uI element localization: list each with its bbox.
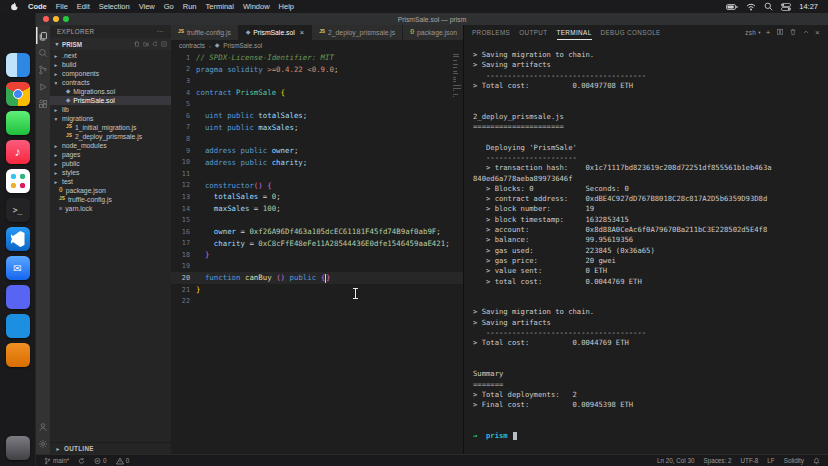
code-line-4[interactable]: 4contract PrismSale { (171, 87, 463, 99)
menu-item-help[interactable]: Help (279, 2, 294, 11)
tree-item-contracts[interactable]: ▾contracts (50, 78, 171, 87)
close-panel-icon[interactable]: × (815, 29, 820, 37)
split-terminal-icon[interactable] (776, 28, 784, 37)
code-line-5[interactable]: 5 (171, 98, 463, 110)
tree-item-migrations-sol[interactable]: ◆Migrations.sol (50, 87, 171, 96)
refresh-explorer-icon[interactable] (152, 41, 158, 48)
new-file-icon[interactable] (134, 41, 140, 48)
dock-whatsapp-icon[interactable] (6, 111, 30, 135)
tree-item-next[interactable]: ▸.next (50, 51, 171, 60)
tree-item-test[interactable]: ▸test (50, 177, 171, 186)
tree-item-truffle-config-js[interactable]: JStruffle-config.js (50, 195, 171, 204)
status-bell[interactable] (813, 457, 820, 465)
new-terminal-icon[interactable]: + (766, 29, 771, 37)
tree-item-2-deploy-prismsale-js[interactable]: JS2_deploy_prismsale.js (50, 132, 171, 141)
tree-item-node-modules[interactable]: ▸node_modules (50, 141, 171, 150)
code-line-8[interactable]: 8 (171, 133, 463, 145)
panel-tab-debug-console[interactable]: DEBUG CONSOLE (601, 25, 661, 40)
tree-item-package-json[interactable]: {}package.json (50, 186, 171, 195)
dock-slack-icon[interactable] (6, 169, 30, 193)
menu-item-go[interactable]: Go (164, 2, 174, 11)
kill-terminal-icon[interactable] (789, 28, 797, 37)
code-line-11[interactable]: 11 (171, 168, 463, 180)
status-lf[interactable]: LF (767, 457, 774, 465)
code-line-19[interactable]: 19 (171, 261, 463, 273)
source-control-icon[interactable] (36, 61, 50, 78)
tree-item-build[interactable]: ▸build (50, 60, 171, 69)
code-line-13[interactable]: 13 totalSales = 0; (171, 191, 463, 203)
code-line-16[interactable]: 16 owner = 0xf26A96Df463a105dcEC61181F45… (171, 226, 463, 238)
dock-finder-icon[interactable] (6, 53, 30, 77)
dock-blender-icon[interactable] (6, 343, 30, 367)
panel-tab-problems[interactable]: PROBLEMS (472, 25, 510, 40)
run-and-debug-icon[interactable] (36, 78, 50, 95)
dock-chrome-icon[interactable] (6, 82, 30, 106)
menu-item-terminal[interactable]: Terminal (206, 2, 234, 11)
tree-item-lib[interactable]: ▸lib (50, 105, 171, 114)
tab-package-json[interactable]: {}package.json (403, 25, 463, 40)
wifi-icon[interactable] (746, 3, 756, 11)
code-line-9[interactable]: 9 address public owner; (171, 145, 463, 157)
apple-menu-icon[interactable] (10, 2, 19, 11)
code-line-6[interactable]: 6 uint public totalSales; (171, 110, 463, 122)
terminal-picker[interactable]: zsh ▾ (745, 29, 761, 36)
tab-prismsale-sol[interactable]: ◆PrismSale.sol× (239, 25, 312, 40)
menu-item-run[interactable]: Run (183, 2, 197, 11)
tab-2-deploy-prismsale-js[interactable]: JS2_deploy_prismsale.js (312, 25, 403, 40)
dock-mail-icon[interactable]: ✉ (6, 256, 30, 280)
tree-item-prismsale-sol[interactable]: ◆PrismSale.sol (50, 96, 171, 105)
tree-item-styles[interactable]: ▸styles (50, 168, 171, 177)
menu-item-edit[interactable]: Edit (77, 2, 90, 11)
menu-clock[interactable]: 14:27 (799, 2, 818, 11)
spotlight-search-icon[interactable] (764, 2, 773, 11)
search-icon[interactable] (36, 44, 50, 61)
code-editor[interactable]: 1// SPDX-License-Identifier: MIT2pragma … (171, 51, 463, 454)
code-line-20[interactable]: 20 function canBuy () public {} (171, 272, 463, 284)
breadcrumb-item-contracts[interactable]: contracts (179, 42, 205, 49)
minimap[interactable] (453, 54, 462, 99)
status-error[interactable]: 0 (94, 457, 107, 465)
code-line-17[interactable]: 17 charity = 0xC8cFfE48eFe11A28544436E0d… (171, 238, 463, 250)
code-line-21[interactable]: 21} (171, 284, 463, 296)
menu-item-file[interactable]: File (56, 2, 68, 11)
accounts-icon[interactable] (36, 418, 50, 435)
dock-trash-icon[interactable] (6, 436, 30, 460)
code-line-3[interactable]: 3 (171, 75, 463, 87)
dock-music-icon[interactable]: ♪ (6, 140, 30, 164)
dock-vscode-icon[interactable] (6, 227, 30, 251)
code-line-12[interactable]: 12 constructor() { (171, 180, 463, 192)
menu-app-name[interactable]: Code (28, 2, 47, 11)
tree-item-1-initial-migration-js[interactable]: JS1_initial_migration.js (50, 123, 171, 132)
menu-item-view[interactable]: View (139, 2, 155, 11)
code-line-14[interactable]: 14 maxSales = 100; (171, 203, 463, 215)
maximize-panel-icon[interactable] (802, 28, 810, 37)
minimize-window-button[interactable] (53, 16, 59, 22)
project-section-header[interactable]: ▾ PRISM (50, 38, 171, 50)
code-line-7[interactable]: 7 uint public maxSales; (171, 122, 463, 134)
title-bar[interactable]: PrismSale.sol — prism (36, 13, 828, 25)
menu-item-window[interactable]: Window (243, 2, 270, 11)
tab-truffle-config-js[interactable]: JStruffle-config.js (171, 25, 239, 40)
close-window-button[interactable] (43, 16, 49, 22)
control-center-icon[interactable] (781, 3, 791, 11)
tree-item-migrations[interactable]: ▾migrations (50, 114, 171, 123)
dock-docker-icon[interactable] (6, 314, 30, 338)
tree-item-yarn-lock[interactable]: ≡yarn.lock (50, 204, 171, 213)
tree-item-public[interactable]: ▸public (50, 159, 171, 168)
status-branch[interactable]: main* (44, 457, 69, 465)
menu-item-selection[interactable]: Selection (99, 2, 130, 11)
status-solidity[interactable]: Solidity (784, 457, 804, 465)
code-line-1[interactable]: 1// SPDX-License-Identifier: MIT (171, 52, 463, 64)
explorer-icon[interactable] (36, 27, 50, 44)
tree-item-pages[interactable]: ▸pages (50, 150, 171, 159)
more-actions-icon[interactable]: ⋯ (157, 28, 164, 36)
status-warning[interactable]: 0 (116, 457, 130, 465)
code-line-15[interactable]: 15 (171, 214, 463, 226)
collapse-folders-icon[interactable] (161, 41, 167, 48)
panel-tab-output[interactable]: OUTPUT (519, 25, 547, 40)
breadcrumb-item-prismsale-sol[interactable]: PrismSale.sol (223, 42, 262, 49)
settings-icon[interactable] (36, 435, 50, 452)
code-line-10[interactable]: 10 address public charity; (171, 156, 463, 168)
status-sync[interactable] (78, 457, 85, 465)
code-line-22[interactable]: 22 (171, 295, 463, 307)
